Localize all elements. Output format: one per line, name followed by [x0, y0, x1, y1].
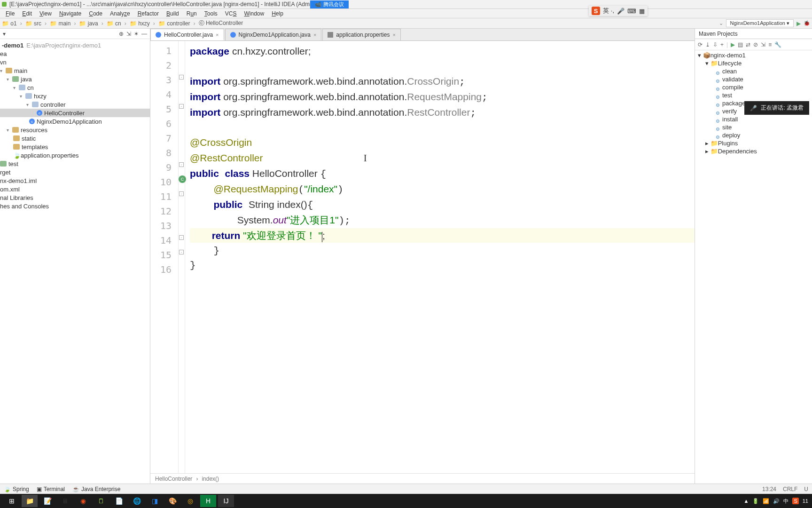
menu-view[interactable]: View	[37, 10, 55, 17]
project-tree[interactable]: -demo1E:\javaProject\nginx-demo1 ea vn ▾…	[0, 39, 150, 484]
toggle-icon[interactable]: ⇄	[746, 41, 750, 48]
menu-analyze[interactable]: Analyze	[107, 10, 133, 17]
tencent-meeting-badge[interactable]: 📹 腾讯会议	[310, 0, 349, 8]
hide-icon[interactable]: —	[141, 31, 147, 37]
crumb-main[interactable]: 📁 main	[50, 20, 70, 27]
tree-item-hello[interactable]: cHelloController	[0, 109, 150, 117]
crumb-hxzy[interactable]: 📁 hxzy	[130, 20, 150, 27]
maven-phase[interactable]: site	[695, 123, 812, 131]
tree-item[interactable]: rget	[0, 168, 150, 176]
debug-button[interactable]: 🐞	[804, 20, 810, 26]
menu-build[interactable]: Build	[164, 10, 182, 17]
crumb-module[interactable]: 📁 o1	[2, 20, 17, 27]
tree-item[interactable]: nal Libraries	[0, 193, 150, 202]
task-intellij[interactable]: IJ	[218, 495, 234, 507]
tree-root[interactable]: -demo1E:\javaProject\nginx-demo1	[0, 41, 150, 49]
ime-toolbar[interactable]: S 英 ·, 🎤 ⌨ ▦	[589, 6, 648, 16]
fold-gutter[interactable]: - - - - - -	[179, 41, 185, 473]
menu-help[interactable]: Help	[269, 10, 286, 17]
menu-file[interactable]: File	[3, 10, 17, 17]
run-icon[interactable]: ▶	[731, 41, 735, 48]
crumb-controller[interactable]: 📁 controller	[158, 20, 190, 27]
task-chrome[interactable]: 🌐	[129, 495, 145, 507]
system-tray[interactable]: ▲🔋📶🔊中S 11	[744, 498, 808, 505]
keyboard-icon[interactable]: ⌨	[627, 8, 636, 15]
tree-item[interactable]: 🍃application.properties	[0, 151, 150, 159]
windows-taskbar[interactable]: ⊞ 📁 📝 🖥 ◉ 🗒 📄 🌐 ◨ 🎨 ◎ H IJ ▲🔋📶🔊中S 11	[0, 494, 812, 508]
wrench-icon[interactable]: 🔧	[774, 41, 781, 48]
tool-jee[interactable]: ☕ Java Enterprise	[72, 486, 120, 492]
tree-item[interactable]: vn	[0, 58, 150, 66]
tab-props[interactable]: application.properties×	[322, 29, 401, 40]
filter-icon[interactable]: ≡	[768, 41, 772, 48]
tree-item[interactable]: hes and Consoles	[0, 202, 150, 210]
task-app[interactable]: ◉	[75, 495, 91, 507]
tab-hello[interactable]: HelloController.java×	[150, 29, 224, 40]
target-icon[interactable]: ⊕	[119, 31, 124, 37]
tree-item[interactable]: ea	[0, 49, 150, 58]
tab-app[interactable]: NginxDemo1Application.java×	[225, 29, 322, 40]
close-icon[interactable]: ×	[216, 32, 219, 38]
task-app[interactable]: ◎	[182, 495, 198, 507]
start-icon[interactable]: ⊞	[4, 495, 20, 507]
crumb-cn[interactable]: 📁 cn	[107, 20, 121, 27]
tree-item[interactable]: test	[0, 159, 150, 168]
maven-phase[interactable]: install	[695, 115, 812, 123]
maven-tree[interactable]: ▾ 📦 nginx-demo1 ▾ 📁 Lifecycle clean vali…	[695, 50, 812, 484]
task-app[interactable]: 🖥	[57, 495, 73, 507]
menu-vcs[interactable]: VCS	[222, 10, 240, 17]
tree-item[interactable]: om.xml	[0, 185, 150, 193]
task-app[interactable]: 📄	[111, 495, 127, 507]
crumb-src[interactable]: 📁 src	[25, 20, 41, 27]
tree-item[interactable]: nx-demo1.iml	[0, 176, 150, 185]
task-app[interactable]: 🗒	[93, 495, 109, 507]
editor-tabs[interactable]: HelloController.java× NginxDemo1Applicat…	[150, 29, 695, 41]
refresh-icon[interactable]: ⟳	[698, 41, 703, 48]
tree-item[interactable]: ▾java	[0, 75, 150, 83]
editor-breadcrumb[interactable]: HelloController › index()	[150, 473, 695, 484]
crumb-java[interactable]: 📁 java	[79, 20, 98, 27]
tree-item[interactable]: templates	[0, 143, 150, 151]
maven-phase[interactable]: validate	[695, 75, 812, 83]
maven-phase[interactable]: clean	[695, 67, 812, 75]
task-app[interactable]: 📝	[39, 495, 55, 507]
tree-item[interactable]: ▾cn	[0, 83, 150, 92]
download-icon[interactable]: ⇩	[713, 41, 718, 48]
maven-phase[interactable]: test	[695, 91, 812, 99]
grid-icon[interactable]: ▦	[639, 8, 645, 15]
menu-refactor[interactable]: Refactor	[135, 10, 162, 17]
close-icon[interactable]: ×	[313, 32, 316, 38]
encoding[interactable]: U	[804, 486, 808, 492]
line-sep[interactable]: CRLF	[783, 486, 797, 492]
collapse-icon[interactable]: ⇲	[761, 41, 765, 48]
mic-icon[interactable]: 🎤	[617, 8, 625, 15]
offline-icon[interactable]: ⊘	[753, 41, 758, 48]
search-icon[interactable]: ⌄	[719, 20, 723, 26]
menu-window[interactable]: Window	[241, 10, 267, 17]
gutter-icon-class[interactable]: C	[179, 175, 186, 183]
tool-spring[interactable]: 🍃 Spring	[4, 486, 29, 492]
tool-terminal[interactable]: ▣ Terminal	[37, 486, 65, 492]
task-app[interactable]: 🎨	[164, 495, 180, 507]
tree-item[interactable]: ▾hxzy	[0, 92, 150, 100]
caret-position[interactable]: 13:24	[762, 486, 776, 492]
task-hbuilder[interactable]: H	[200, 495, 216, 507]
tree-item[interactable]: static	[0, 134, 150, 143]
tree-item[interactable]: ▾controller	[0, 100, 150, 109]
collapse-icon[interactable]: ⇲	[126, 31, 131, 37]
menu-run[interactable]: Run	[184, 10, 200, 17]
exec-icon[interactable]: ▤	[738, 41, 743, 48]
maven-toolbar[interactable]: ⟳ ⤓ ⇩ + | ▶ ▤ ⇄ ⊘ ⇲ ≡ 🔧	[695, 39, 812, 50]
tree-item[interactable]: ▾resources	[0, 126, 150, 134]
menu-bar[interactable]: File Edit View Navigate Code Analyze Ref…	[0, 9, 812, 18]
maven-plugins[interactable]: ▸ 📁 Plugins	[695, 139, 812, 147]
task-app[interactable]: ◨	[147, 495, 163, 507]
crumb-class[interactable]: ⓒ HelloController	[199, 19, 243, 27]
settings-icon[interactable]: ✶	[134, 31, 139, 37]
run-button[interactable]: ▶	[796, 20, 801, 27]
generate-icon[interactable]: ⤓	[705, 41, 710, 48]
run-config-combo[interactable]: NginxDemo1Application ▾	[726, 19, 794, 27]
close-icon[interactable]: ×	[392, 32, 395, 38]
maven-phase[interactable]: deploy	[695, 131, 812, 139]
add-icon[interactable]: +	[720, 41, 724, 48]
